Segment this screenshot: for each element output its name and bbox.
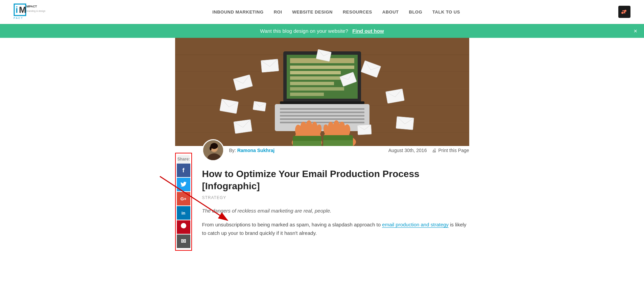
share-email-button[interactable]: ✉ (177, 235, 190, 248)
linkedin-icon: in (182, 211, 186, 216)
nav-about[interactable]: ABOUT (382, 9, 399, 15)
svg-text:MPACT: MPACT (26, 5, 37, 8)
svg-text:branding & design: branding & design (26, 10, 46, 13)
hubspot-button[interactable] (618, 6, 630, 18)
banner-text: Want this blog design on your website? (260, 28, 348, 34)
share-google-button[interactable]: G+ (177, 192, 190, 205)
hero-image (175, 38, 469, 146)
site-header: i M PACT MPACT branding & design INBOUND… (0, 0, 644, 24)
svg-rect-32 (280, 118, 364, 120)
nav-resources[interactable]: RESOURCES (343, 9, 372, 15)
svg-rect-29 (280, 108, 364, 110)
article-body-link[interactable]: email production and strategy (382, 222, 449, 228)
svg-rect-25 (290, 87, 344, 91)
main-nav: INBOUND MARKETING ROI WEBSITE DESIGN RES… (212, 9, 460, 15)
promo-banner: Want this blog design on your website? F… (0, 24, 644, 38)
svg-text:i: i (16, 5, 18, 15)
svg-rect-21 (290, 66, 354, 69)
article-date: August 30th, 2016 (388, 148, 427, 153)
svg-rect-27 (280, 101, 364, 104)
author-meta: By: Ramona Sukhraj (229, 148, 383, 153)
google-plus-icon: G+ (181, 196, 187, 201)
content-area: Share: f G+ in (133, 146, 511, 264)
article-layout: Share: f G+ in (175, 146, 469, 264)
share-sidebar: Share: f G+ in (175, 153, 192, 251)
svg-rect-61 (234, 120, 252, 134)
svg-rect-31 (280, 115, 364, 117)
svg-rect-57 (261, 59, 279, 72)
svg-rect-33 (280, 122, 364, 123)
share-twitter-button[interactable] (177, 178, 190, 191)
banner-link[interactable]: Find out how (352, 28, 384, 34)
author-by: By: (229, 148, 237, 153)
svg-text:PACT: PACT (14, 17, 23, 20)
nav-talk-to-us[interactable]: TALK TO US (432, 9, 460, 15)
share-facebook-button[interactable]: f (177, 164, 190, 177)
nav-inbound-marketing[interactable]: INBOUND MARKETING (212, 9, 264, 15)
nav-roi[interactable]: ROI (274, 9, 282, 15)
facebook-icon: f (183, 167, 185, 174)
pinterest-icon (181, 223, 186, 231)
article-content: By: Ramona Sukhraj August 30th, 2016 🖨 P… (202, 146, 469, 251)
article-body-start: From unsubscriptions to being marked as … (202, 222, 382, 227)
main-content: Share: f G+ in (119, 146, 525, 264)
author-avatar (202, 139, 224, 161)
article-intro: The dangers of reckless email marketing … (202, 207, 469, 215)
author-link[interactable]: Ramona Sukhraj (237, 148, 275, 153)
svg-rect-24 (290, 82, 334, 85)
nav-blog[interactable]: BLOG (409, 9, 423, 15)
svg-rect-26 (290, 93, 324, 96)
article-title: How to Optimize Your Email Production Pr… (202, 168, 469, 193)
printer-icon: 🖨 (432, 148, 436, 153)
svg-rect-60 (396, 117, 414, 130)
print-button[interactable]: 🖨 Print this Page (432, 148, 469, 153)
svg-rect-23 (290, 76, 348, 80)
svg-rect-30 (280, 112, 364, 113)
article-category: STRATEGY (202, 195, 469, 200)
nav-website-design[interactable]: WEBSITE DESIGN (292, 9, 333, 15)
logo[interactable]: i M PACT MPACT branding & design (14, 3, 54, 20)
hero-section (0, 38, 644, 146)
share-linkedin-button[interactable]: in (177, 206, 190, 220)
article-body: From unsubscriptions to being marked as … (202, 220, 469, 238)
banner-close-button[interactable]: × (634, 27, 637, 34)
author-row: By: Ramona Sukhraj August 30th, 2016 🖨 P… (202, 139, 469, 161)
svg-point-8 (621, 12, 623, 14)
svg-text:M: M (19, 5, 26, 15)
email-icon: ✉ (181, 238, 186, 245)
twitter-icon (181, 181, 187, 188)
share-pinterest-button[interactable] (177, 220, 190, 234)
svg-rect-22 (290, 71, 341, 74)
print-label: Print this Page (438, 148, 469, 153)
share-label: Share: (177, 155, 190, 163)
svg-point-73 (210, 146, 212, 150)
